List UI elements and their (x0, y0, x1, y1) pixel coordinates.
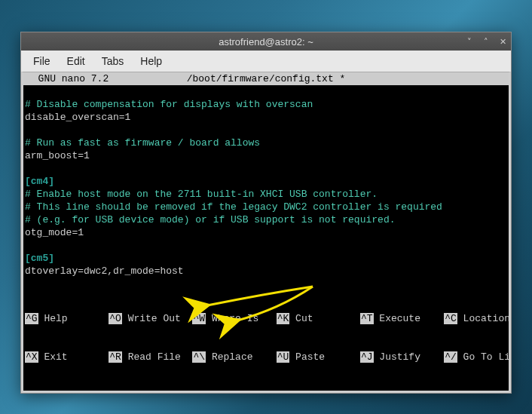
editor-line: # Run as fast as firmware / board allows (25, 136, 507, 149)
shortcuts-row-1: ^G Help ^O Write Out ^W Where Is ^K Cut … (25, 312, 507, 325)
terminal-window: astrofriend@astro2: ~ ˅ ˄ ✕ File Edit Ta… (20, 32, 512, 394)
shortcut-key: ^T (360, 313, 374, 324)
editor-line: # This line should be removed if the leg… (25, 201, 507, 213)
editor-line: # Disable compensation for displays with… (25, 98, 507, 111)
menu-edit[interactable]: Edit (60, 52, 93, 70)
editor-line: dtoverlay=dwc2,dr_mode=host (25, 265, 507, 278)
nano-header: GNU nano 7.2 /boot/firmware/config.txt * (23, 72, 509, 85)
menu-tabs[interactable]: Tabs (94, 52, 132, 70)
shortcut-key: ^O (109, 313, 122, 324)
editor-line: otg_mode=1 (25, 226, 507, 239)
shortcut-key: ^/ (444, 351, 457, 363)
shortcut-key: ^C (444, 313, 457, 324)
shortcut-key: ^G (25, 313, 38, 324)
shortcut-key: ^R (109, 351, 122, 363)
editor-line (25, 239, 507, 252)
window-title: astrofriend@astro2: ~ (219, 36, 313, 48)
shortcut-key: ^\ (192, 351, 206, 363)
menu-file[interactable]: File (26, 52, 58, 70)
shortcuts-row-2: ^X Exit ^R Read File ^\ Replace ^U Paste… (25, 351, 507, 363)
editor-line: arm_boost=1 (25, 149, 507, 162)
menu-help[interactable]: Help (133, 52, 170, 70)
shortcut-key: ^K (277, 313, 290, 324)
minimize-button[interactable]: ˅ (464, 36, 475, 47)
close-button[interactable]: ✕ (497, 36, 508, 47)
editor-line: disable_overscan=1 (25, 111, 507, 124)
editor-line (25, 124, 507, 136)
nano-filename: /boot/firmware/config.txt * (23, 72, 509, 85)
window-controls: ˅ ˄ ✕ (464, 36, 508, 47)
nano-shortcuts: ^G Help ^O Write Out ^W Where Is ^K Cut … (23, 287, 509, 391)
editor-line: # (e.g. for USB device mode) or if USB s… (25, 213, 507, 226)
editor-line: # Enable host mode on the 2711 built-in … (25, 188, 507, 201)
editor-line: [cm4] (25, 175, 507, 188)
maximize-button[interactable]: ˄ (481, 36, 491, 47)
titlebar[interactable]: astrofriend@astro2: ~ ˅ ˄ ✕ (21, 32, 511, 51)
terminal-area[interactable]: GNU nano 7.2 /boot/firmware/config.txt *… (21, 72, 511, 393)
shortcut-key: ^W (192, 313, 206, 324)
shortcut-key: ^U (277, 351, 290, 363)
shortcut-key: ^J (360, 351, 374, 363)
menubar: File Edit Tabs Help (21, 51, 511, 72)
shortcut-key: ^X (25, 351, 38, 363)
editor-line (25, 162, 507, 175)
editor-line: [cm5] (25, 252, 507, 265)
